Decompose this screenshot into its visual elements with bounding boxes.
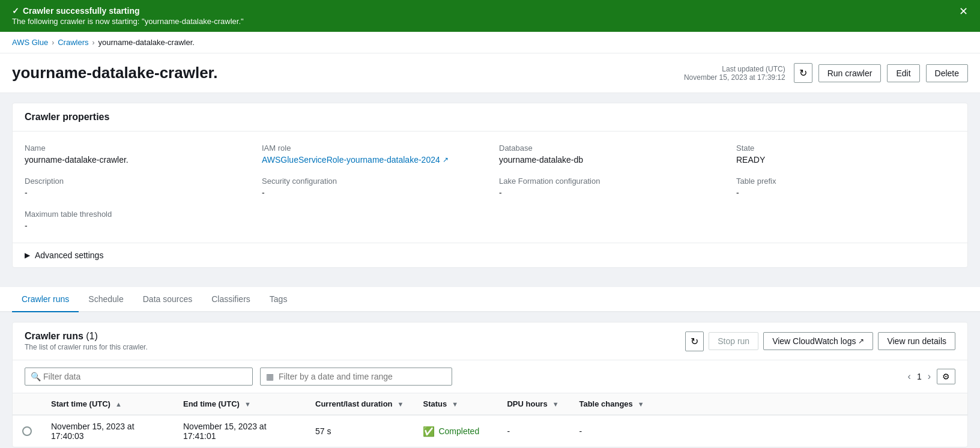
runs-table: Start time (UTC) ▲ End time (UTC) ▼ Curr… bbox=[13, 393, 967, 447]
col-status: Status ▼ bbox=[413, 393, 497, 415]
next-page-button[interactable]: › bbox=[925, 369, 933, 384]
banner-subtitle: The following crawler is now starting: "… bbox=[12, 17, 244, 26]
view-cloudwatch-button[interactable]: View CloudWatch logs ↗ bbox=[763, 332, 873, 350]
col-dpu-hours: DPU hours ▼ bbox=[497, 393, 569, 415]
sort-table-changes-icon[interactable]: ▼ bbox=[638, 401, 644, 408]
run-crawler-button[interactable]: Run crawler bbox=[818, 64, 882, 82]
prop-description-label: Description bbox=[25, 177, 244, 186]
breadcrumb-aws-glue[interactable]: AWS Glue bbox=[12, 38, 48, 47]
content-area: Crawler properties Name yourname-datalak… bbox=[0, 93, 980, 287]
filter-input[interactable] bbox=[25, 368, 253, 386]
prop-iam-role-label: IAM role bbox=[262, 144, 481, 153]
table-settings-button[interactable]: ⚙ bbox=[937, 369, 955, 384]
iam-role-link[interactable]: AWSGlueServiceRole-yourname-datalake-202… bbox=[262, 155, 449, 165]
properties-grid: Name yourname-datalake-crawler. IAM role… bbox=[25, 144, 955, 231]
sort-duration-icon[interactable]: ▼ bbox=[398, 401, 404, 408]
prop-max-table-threshold-label: Maximum table threshold bbox=[25, 210, 244, 219]
col-table-changes: Table changes ▼ bbox=[569, 393, 967, 415]
tab-schedule[interactable]: Schedule bbox=[79, 287, 133, 312]
prop-max-table-threshold: Maximum table threshold - bbox=[25, 210, 244, 231]
tab-classifiers[interactable]: Classifiers bbox=[202, 287, 260, 312]
prop-iam-role-value: AWSGlueServiceRole-yourname-datalake-202… bbox=[262, 155, 481, 165]
advanced-settings-label: Advanced settings bbox=[35, 250, 103, 260]
view-run-details-button[interactable]: View run details bbox=[878, 332, 955, 350]
breadcrumb-crawlers[interactable]: Crawlers bbox=[58, 38, 88, 47]
breadcrumb: AWS Glue › Crawlers › yourname-datalake-… bbox=[12, 38, 968, 47]
refresh-button[interactable]: ↻ bbox=[794, 63, 812, 83]
page-title: yourname-datalake-crawler. bbox=[12, 64, 218, 82]
sort-start-time-icon[interactable]: ▲ bbox=[115, 401, 122, 408]
table-header-row: Start time (UTC) ▲ End time (UTC) ▼ Curr… bbox=[13, 393, 967, 415]
crawler-properties-header: Crawler properties bbox=[13, 103, 967, 132]
banner-text: ✓ Crawler successfully starting The foll… bbox=[12, 6, 244, 26]
runs-title: Crawler runs (1) bbox=[25, 331, 148, 342]
sort-dpu-icon[interactable]: ▼ bbox=[552, 401, 559, 408]
prev-page-button[interactable]: ‹ bbox=[906, 369, 913, 384]
status-completed: ✅ Completed bbox=[423, 426, 488, 437]
crawler-properties-body: Name yourname-datalake-crawler. IAM role… bbox=[13, 132, 967, 243]
page-header: yourname-datalake-crawler. Last updated … bbox=[0, 53, 980, 93]
cloudwatch-external-icon: ↗ bbox=[858, 337, 864, 345]
row-end-time: November 15, 2023 at 17:41:01 bbox=[174, 415, 306, 447]
stop-run-button: Stop run bbox=[709, 332, 758, 350]
col-select bbox=[13, 393, 41, 415]
row-status: ✅ Completed bbox=[413, 415, 497, 447]
breadcrumb-sep-1: › bbox=[52, 38, 54, 47]
breadcrumb-sep-2: › bbox=[92, 38, 95, 47]
date-filter-input[interactable] bbox=[260, 368, 452, 386]
prop-iam-role: IAM role AWSGlueServiceRole-yourname-dat… bbox=[262, 144, 481, 165]
filters-row: 🔍 ▦ ‹ 1 › ⚙ bbox=[13, 360, 967, 393]
prop-security-config: Security configuration - bbox=[262, 177, 481, 198]
tabs-bar: Crawler runs Schedule Data sources Class… bbox=[0, 287, 980, 312]
prop-table-prefix: Table prefix - bbox=[736, 177, 955, 198]
last-updated: Last updated (UTC) November 15, 2023 at … bbox=[684, 65, 785, 82]
runs-refresh-button[interactable]: ↻ bbox=[685, 331, 704, 351]
success-banner: ✓ Crawler successfully starting The foll… bbox=[0, 0, 980, 32]
filter-input-wrap: 🔍 bbox=[25, 368, 253, 386]
prop-database-value: yourname-datalake-db bbox=[499, 155, 718, 165]
row-table-changes: - bbox=[569, 415, 967, 447]
edit-button[interactable]: Edit bbox=[887, 64, 919, 82]
runs-title-block: Crawler runs (1) The list of crawler run… bbox=[25, 331, 148, 351]
table-row: November 15, 2023 at 17:40:03 November 1… bbox=[13, 415, 967, 447]
runs-section: Crawler runs (1) The list of crawler run… bbox=[12, 322, 968, 447]
breadcrumb-current: yourname-datalake-crawler. bbox=[98, 38, 195, 47]
tab-crawler-runs[interactable]: Crawler runs bbox=[12, 287, 79, 312]
delete-button[interactable]: Delete bbox=[926, 64, 968, 82]
calendar-icon: ▦ bbox=[266, 372, 274, 381]
sort-status-icon[interactable]: ▼ bbox=[452, 401, 458, 408]
check-icon: ✓ bbox=[12, 6, 19, 16]
status-completed-icon: ✅ bbox=[423, 426, 435, 437]
runs-header: Crawler runs (1) The list of crawler run… bbox=[13, 322, 967, 360]
pagination-wrap: ‹ 1 › ⚙ bbox=[906, 369, 955, 384]
prop-database-label: Database bbox=[499, 144, 718, 153]
row-dpu-hours: - bbox=[497, 415, 569, 447]
prop-lake-formation: Lake Formation configuration - bbox=[499, 177, 718, 198]
prop-security-config-label: Security configuration bbox=[262, 177, 481, 186]
prop-name: Name yourname-datalake-crawler. bbox=[25, 144, 244, 165]
date-filter-wrap: ▦ bbox=[260, 368, 452, 386]
prop-lake-formation-value: - bbox=[499, 188, 718, 198]
prop-description-value: - bbox=[25, 188, 244, 198]
crawler-properties-card: Crawler properties Name yourname-datalak… bbox=[12, 103, 968, 268]
runs-subtitle: The list of crawler runs for this crawle… bbox=[25, 343, 148, 351]
breadcrumb-bar: AWS Glue › Crawlers › yourname-datalake-… bbox=[0, 32, 980, 53]
tab-data-sources[interactable]: Data sources bbox=[133, 287, 202, 312]
prop-state-value: READY bbox=[736, 155, 955, 165]
prop-security-config-value: - bbox=[262, 188, 481, 198]
external-link-icon: ↗ bbox=[443, 156, 449, 164]
runs-actions: ↻ Stop run View CloudWatch logs ↗ View r… bbox=[685, 331, 955, 351]
col-start-time: Start time (UTC) ▲ bbox=[41, 393, 174, 415]
sort-end-time-icon[interactable]: ▼ bbox=[244, 401, 251, 408]
row-radio-button[interactable] bbox=[22, 426, 32, 436]
tab-tags[interactable]: Tags bbox=[260, 287, 297, 312]
prop-name-value: yourname-datalake-crawler. bbox=[25, 155, 244, 165]
col-end-time: End time (UTC) ▼ bbox=[174, 393, 306, 415]
banner-close-button[interactable]: ✕ bbox=[959, 6, 968, 17]
prop-lake-formation-label: Lake Formation configuration bbox=[499, 177, 718, 186]
prop-table-prefix-value: - bbox=[736, 188, 955, 198]
advanced-settings-toggle[interactable]: ▶ Advanced settings bbox=[13, 243, 967, 267]
banner-title: ✓ Crawler successfully starting bbox=[12, 6, 244, 16]
page-actions: Last updated (UTC) November 15, 2023 at … bbox=[684, 63, 968, 83]
prop-state-label: State bbox=[736, 144, 955, 153]
